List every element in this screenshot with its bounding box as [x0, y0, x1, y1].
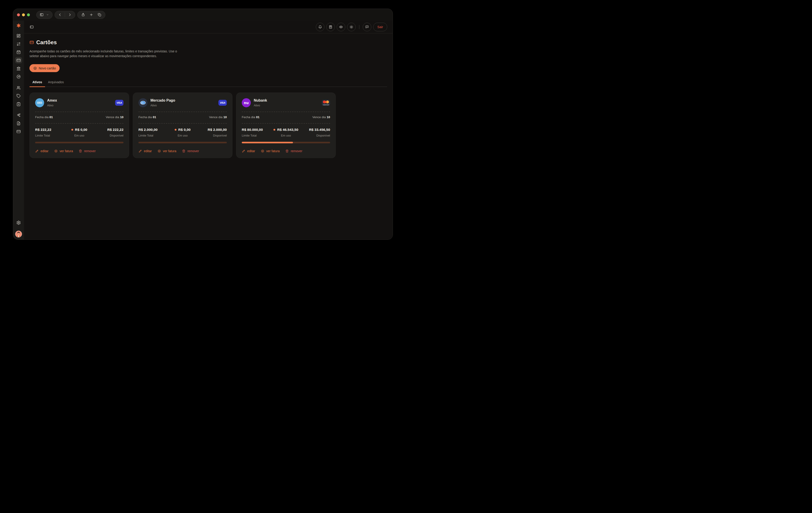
sidebar-item-wallet[interactable]	[15, 128, 22, 135]
page-description: Acompanhe todas os cartões do mês seleci…	[29, 49, 387, 58]
content-panel-toggle-button[interactable]	[29, 25, 34, 29]
view-invoice-button[interactable]: ver fatura	[157, 149, 176, 153]
sidebar-bottom	[15, 219, 22, 238]
remove-card-button[interactable]: remover	[79, 149, 96, 153]
sidebar-item-tags[interactable]	[15, 92, 22, 99]
pencil-icon	[242, 149, 245, 153]
wallet-icon	[16, 129, 21, 134]
transactions-icon	[16, 42, 21, 46]
dashed-divider	[242, 123, 330, 124]
dashed-divider	[139, 112, 227, 112]
dashed-divider	[35, 112, 123, 112]
close-window-button[interactable]	[17, 14, 20, 16]
calculator-button[interactable]	[326, 23, 335, 31]
main-area: Sair Cartões Acompanhe todas os cartões …	[24, 21, 393, 240]
tab-ativos[interactable]: Ativos	[29, 78, 45, 87]
sidebar-item-reports[interactable]	[15, 120, 22, 127]
edit-card-button[interactable]: editar	[35, 149, 49, 153]
view-invoice-button[interactable]: ver fatura	[261, 149, 280, 153]
sidebar-item-transactions[interactable]	[15, 40, 22, 47]
available-label: Disponível	[110, 134, 123, 137]
mastercard-badge: mastercard	[322, 100, 330, 106]
available-stat: R$ 33.456,50 Disponível	[309, 128, 330, 137]
remove-card-button[interactable]: remover	[285, 149, 302, 153]
used-value: R$ 0,00	[178, 128, 191, 132]
edit-card-button[interactable]: editar	[242, 149, 255, 153]
sidebar-item-assistant[interactable]	[15, 112, 22, 118]
card-status: Ativo	[254, 104, 267, 107]
edit-card-button[interactable]: editar	[139, 149, 152, 153]
due-day: Vence dia10	[106, 115, 123, 119]
pencil-icon	[139, 149, 142, 153]
assistant-icon	[16, 113, 21, 117]
usage-bar	[35, 142, 123, 143]
usage-bar-fill	[242, 142, 293, 143]
used-dot-icon	[175, 129, 176, 131]
dashed-divider	[139, 123, 227, 124]
gear-icon	[16, 220, 21, 225]
visa-badge-label: VISA	[116, 101, 122, 104]
user-avatar[interactable]	[15, 231, 22, 238]
bell-button[interactable]	[316, 23, 324, 31]
eye-button[interactable]	[337, 23, 345, 31]
sidebar-item-cards[interactable]	[15, 57, 22, 63]
share-icon	[81, 13, 85, 17]
minimize-window-button[interactable]	[22, 14, 25, 16]
chat-button[interactable]	[363, 23, 371, 31]
card-name: Amex	[47, 99, 57, 103]
eye-icon	[339, 25, 343, 29]
performance-icon	[16, 74, 21, 79]
forward-button[interactable]	[68, 13, 72, 17]
used-dot-icon	[71, 129, 73, 131]
new-tab-button[interactable]	[89, 13, 93, 17]
tab-overview-button[interactable]	[97, 13, 102, 17]
used-stat: R$ 0,00 Em uso	[157, 128, 207, 137]
calendar-icon	[16, 50, 21, 54]
share-button[interactable]	[81, 13, 85, 17]
available-value: R$ 222,22	[107, 128, 123, 132]
sun-button[interactable]	[347, 23, 356, 31]
sidebar-item-calendar[interactable]	[15, 49, 22, 55]
new-card-button[interactable]: Novo cartão	[29, 64, 60, 72]
zoom-window-button[interactable]	[27, 14, 30, 16]
logout-button[interactable]: Sair	[373, 23, 387, 31]
limit-label: Limite Total	[139, 134, 157, 137]
target-icon	[54, 149, 58, 153]
closing-day: Fecha dia01	[242, 115, 259, 119]
sidebar-item-settings[interactable]	[15, 219, 22, 226]
sidebar-item-planner[interactable]	[15, 101, 22, 107]
remove-card-button[interactable]: remover	[182, 149, 199, 153]
used-dot-icon	[273, 129, 275, 131]
dashboard-icon	[16, 33, 21, 38]
bank-logo-avatar	[139, 98, 147, 107]
sidebar-item-members[interactable]	[15, 84, 22, 91]
header-actions: Sair	[316, 23, 387, 31]
used-stat: R$ 0,00 Em uso	[52, 128, 107, 137]
available-label: Disponível	[316, 134, 330, 137]
limit-stat: R$ 222,22 Limite Total	[35, 128, 52, 137]
chevron-down-icon	[46, 13, 49, 16]
closing-day: Fecha dia01	[139, 115, 156, 119]
used-value: R$ 46.543,50	[277, 128, 298, 132]
back-button[interactable]	[58, 13, 62, 17]
sidebar-item-banks[interactable]	[15, 65, 22, 72]
sidebar-item-performance[interactable]	[15, 73, 22, 80]
bank-logo-avatar: nu	[242, 98, 251, 107]
tags-icon	[16, 94, 21, 98]
trash-icon	[79, 149, 82, 153]
sidebar-item-dashboard[interactable]	[15, 32, 22, 39]
card-status: Ativo	[150, 104, 175, 107]
limit-value: R$ 80.000,00	[242, 128, 263, 132]
svg-text:nu: nu	[244, 101, 249, 105]
app-window: ✱	[13, 9, 393, 240]
usage-bar	[139, 142, 227, 143]
view-invoice-button[interactable]: ver fatura	[54, 149, 73, 153]
cards-grid: AMEX Amex Ativo VISA Fecha dia01 Vence d…	[29, 92, 387, 158]
sidebar-toggle-button[interactable]	[36, 11, 53, 19]
bell-icon	[318, 25, 322, 29]
used-label: Em uso	[74, 134, 84, 137]
sidebar-toggle-icon	[40, 13, 44, 17]
usage-bar	[242, 142, 330, 143]
members-icon	[16, 85, 21, 90]
tab-arquivados[interactable]: Arquivados	[45, 78, 67, 87]
